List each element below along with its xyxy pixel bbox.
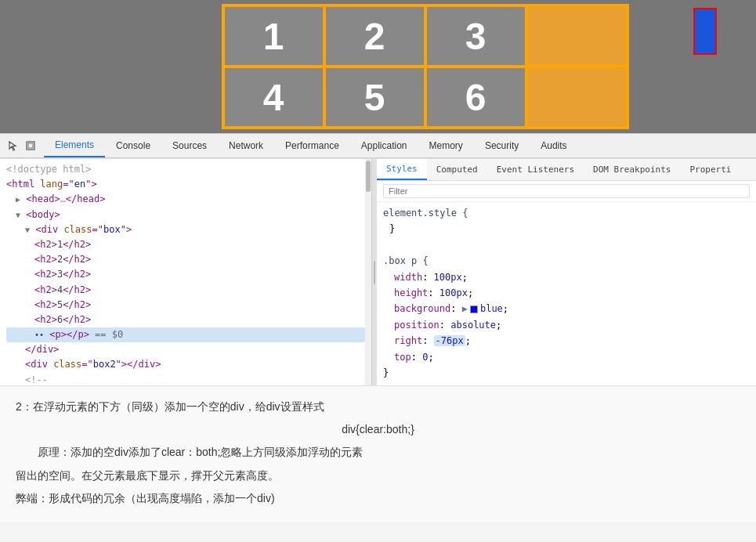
bottom-text-line2: div{clear:both;} xyxy=(16,420,740,439)
cursor-icon[interactable] xyxy=(6,139,20,153)
css-prop-height: height: 100px; xyxy=(394,285,750,301)
html-line-h2-3: <h2>3</h2> xyxy=(6,267,365,282)
tab-sources[interactable]: Sources xyxy=(161,134,218,157)
html-tree: <!doctype html> <html lang="en"> ▶ <head… xyxy=(0,159,371,385)
styles-panel: Styles Computed Event Listeners DOM Brea… xyxy=(377,159,756,385)
grid-cell-7: 6 xyxy=(425,67,526,128)
preview-area: 1 2 3 4 5 6 xyxy=(0,0,756,133)
html-line-doctype: <!doctype html> xyxy=(6,162,365,177)
html-line-h2-4: <h2>4</h2> xyxy=(6,283,365,298)
blue-box xyxy=(693,8,717,55)
tab-performance[interactable]: Performance xyxy=(274,134,350,157)
devtools-icons xyxy=(0,139,44,153)
css-closing-brace-box-p: } xyxy=(383,365,750,381)
subtab-dom-breakpoints[interactable]: DOM Breakpoints xyxy=(584,159,680,180)
html-line-h2-2: <h2>2</h2> xyxy=(6,252,365,267)
grid-cell-2: 2 xyxy=(324,5,425,67)
devtools-toolbar: Elements Console Sources Network Perform… xyxy=(0,133,756,158)
css-selector-element: element.style { xyxy=(383,205,750,221)
styles-subtabs: Styles Computed Event Listeners DOM Brea… xyxy=(377,159,756,181)
filter-input[interactable] xyxy=(383,184,750,198)
subtab-event-listeners[interactable]: Event Listeners xyxy=(487,159,584,180)
css-props-box-p: width: 100px; height: 100px; background:… xyxy=(383,269,750,365)
html-line-p-selected[interactable]: •• <p></p> == $0 xyxy=(6,327,365,342)
html-line-html: <html lang="en"> xyxy=(6,177,365,192)
subtab-computed[interactable]: Computed xyxy=(427,159,487,180)
html-line-h2-1: <h2>1</h2> xyxy=(6,237,365,252)
html-line-h2-6: <h2>6</h2> xyxy=(6,313,365,327)
svg-rect-1 xyxy=(28,143,33,148)
bottom-text-line4: 留出的空间。在父元素最底下显示，撑开父元素高度。 xyxy=(16,466,740,486)
grid-cell-8 xyxy=(526,67,628,128)
tab-audits[interactable]: Audits xyxy=(530,134,577,157)
html-line-comment: <!-- xyxy=(6,373,365,385)
bottom-text-line1: 2：在浮动元素的下方（同级）添加一个空的div，给div设置样式 xyxy=(16,397,740,417)
css-block-element-style: element.style { } xyxy=(383,205,750,237)
panel-divider[interactable] xyxy=(372,159,377,385)
tab-application[interactable]: Application xyxy=(350,134,418,157)
svg-rect-0 xyxy=(27,142,34,150)
html-line-body: ▼ <body> xyxy=(6,208,365,222)
html-scroll[interactable] xyxy=(365,159,371,385)
css-prop-background: background: ▶blue; xyxy=(394,301,750,316)
tab-security[interactable]: Security xyxy=(474,134,530,157)
html-line-div-close: </div> xyxy=(6,342,365,357)
tab-memory[interactable]: Memory xyxy=(418,134,474,157)
grid-cell-1: 1 xyxy=(223,5,324,67)
grid-container: 1 2 3 4 5 6 xyxy=(222,4,629,129)
bottom-text-line5: 弊端：形成代码的冗余（出现高度塌陷，添加一个div) xyxy=(16,489,740,508)
bottom-text-area: 2：在浮动元素的下方（同级）添加一个空的div，给div设置样式 div{cle… xyxy=(0,385,756,522)
main-content: <!doctype html> <html lang="en"> ▶ <head… xyxy=(0,158,756,385)
html-panel[interactable]: <!doctype html> <html lang="en"> ▶ <head… xyxy=(0,159,372,385)
css-prop-width: width: 100px; xyxy=(394,269,750,285)
grid-cell-4 xyxy=(526,5,628,67)
css-prop-top: top: 0; xyxy=(394,349,750,365)
tab-elements[interactable]: Elements xyxy=(44,134,105,157)
grid-cell-6: 5 xyxy=(324,67,425,128)
subtab-properties[interactable]: Properti xyxy=(680,159,740,180)
grid-cell-5: 4 xyxy=(223,67,324,128)
html-line-h2-5: <h2>5</h2> xyxy=(6,298,365,313)
css-prop-position: position: absolute; xyxy=(394,317,750,333)
html-scroll-thumb xyxy=(366,161,371,192)
subtab-styles[interactable]: Styles xyxy=(377,159,427,180)
bottom-text-line3: 原理：添加的空div添加了clear：both;忽略上方同级添加浮动的元素 xyxy=(16,443,740,462)
css-prop-right: right: -76px; xyxy=(394,333,750,349)
html-line-div-box: ▼ <div class="box"> xyxy=(6,222,365,237)
devtools-tabs: Elements Console Sources Network Perform… xyxy=(44,134,578,157)
css-closing-brace-1: } xyxy=(383,221,750,237)
css-selector-box-p: .box p { xyxy=(383,253,750,269)
box-icon[interactable] xyxy=(24,139,38,153)
css-block-box-p: .box p { width: 100px; height: 100px; ba… xyxy=(383,253,750,381)
grid-cell-3: 3 xyxy=(425,5,526,67)
html-line-head: ▶ <head>…</head> xyxy=(6,192,365,207)
tab-network[interactable]: Network xyxy=(218,134,274,157)
tab-console[interactable]: Console xyxy=(105,134,161,157)
styles-content: element.style { } .box p { width: 100px;… xyxy=(377,202,756,385)
styles-filter xyxy=(377,181,756,202)
html-line-div-box2: <div class="box2"></div> xyxy=(6,357,365,372)
